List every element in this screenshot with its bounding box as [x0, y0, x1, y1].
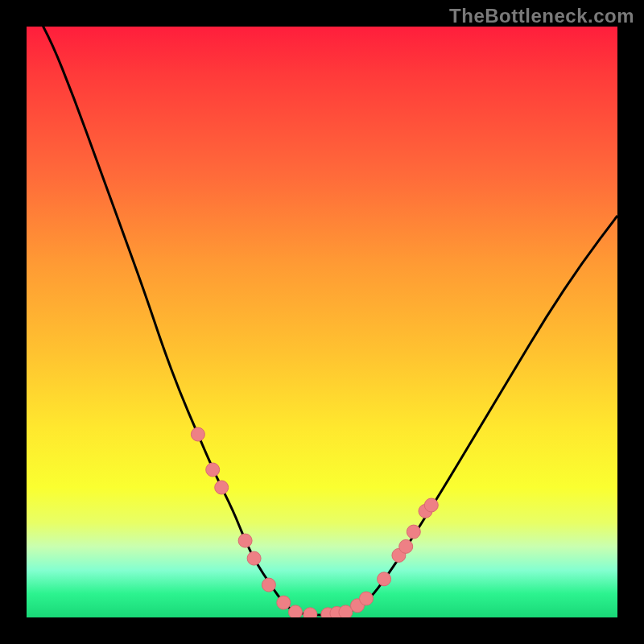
data-marker	[262, 578, 275, 592]
data-marker	[378, 572, 391, 586]
data-marker	[407, 525, 420, 539]
data-marker	[303, 608, 317, 617]
data-marker	[399, 539, 413, 553]
data-marker	[215, 481, 229, 494]
data-marker	[360, 592, 374, 605]
plot-area	[27, 27, 617, 617]
curve-path	[27, 27, 617, 615]
marker-group	[191, 427, 438, 617]
data-marker	[247, 551, 261, 565]
data-marker	[289, 605, 303, 617]
curve-layer	[27, 27, 617, 617]
data-marker	[191, 427, 204, 441]
bottleneck-curve	[27, 27, 617, 615]
watermark-text: TheBottleneck.com	[449, 5, 634, 27]
data-marker	[238, 534, 252, 547]
data-marker	[277, 596, 291, 609]
chart-frame: TheBottleneck.com	[0, 0, 644, 644]
data-marker	[424, 498, 438, 512]
data-marker	[206, 463, 220, 477]
